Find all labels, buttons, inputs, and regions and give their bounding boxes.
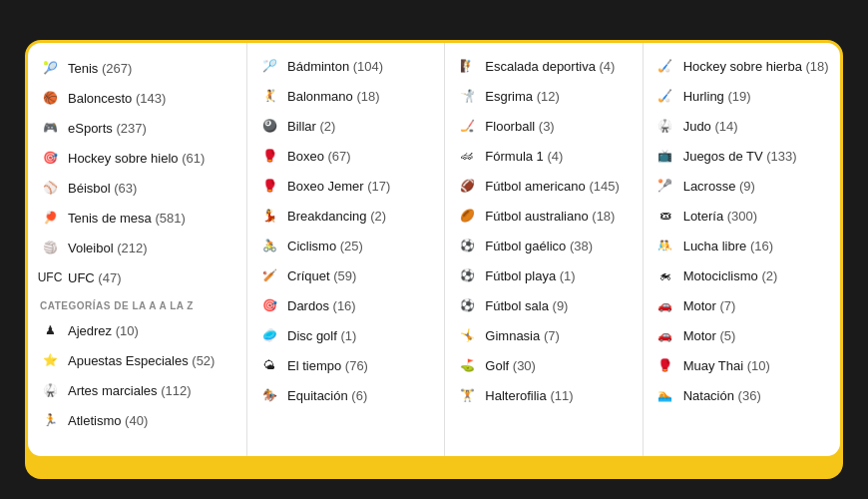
sport-icon: 🤺 [457,86,477,106]
list-item[interactable]: 🌤 El tiempo (76) [247,350,444,380]
list-item[interactable]: 🥊 Muay Thai (10) [644,350,840,380]
column-1: 🏸 Bádminton (104) 🤾 Balonmano (18) 🎱 Bil… [247,43,445,456]
list-item[interactable]: 🥊 Boxeo (67) [247,141,444,171]
sport-icon: 🏑 [655,56,675,76]
sport-label: Hockey sobre hielo (61) [68,151,205,166]
list-item[interactable]: 🤾 Balonmano (18) [247,81,444,111]
sport-label: Breakdancing (2) [287,209,386,224]
list-item[interactable]: 🏃 Atletismo (40) [28,405,246,435]
sport-icon: 🏏 [259,265,279,285]
list-item[interactable]: 🥏 Disc golf (1) [247,320,444,350]
sport-icon: ⚽ [457,295,477,315]
list-item[interactable]: 🏒 Floorball (3) [445,111,642,141]
sport-label: Hurling (19) [683,89,751,104]
sport-icon: 🏓 [40,208,60,228]
list-item[interactable]: 🤼 Lucha libre (16) [644,231,840,260]
sport-label: Artes marciales (112) [68,383,192,398]
sport-label: El tiempo (76) [287,358,368,373]
sport-icon: 🏒 [457,116,477,136]
list-item[interactable]: 🎮 eSports (237) [28,113,246,143]
sport-label: UFC (47) [68,270,121,285]
list-item[interactable]: 🤸 Gimnasia (7) [445,320,642,350]
sport-icon: UFC [40,267,60,287]
sidebar-top-items: 🎾 Tenis (267) 🏀 Baloncesto (143) 🎮 eSpor… [28,53,246,292]
list-item[interactable]: 🚗 Motor (5) [644,320,840,350]
list-item[interactable]: 🏀 Baloncesto (143) [28,83,246,113]
list-item[interactable]: 🏏 Críquet (59) [247,260,444,290]
list-item[interactable]: ♟ Ajedrez (10) [28,315,246,345]
list-item[interactable]: 🤺 Esgrima (12) [445,81,642,111]
list-item[interactable]: 🏍 Motociclismo (2) [644,260,840,290]
sport-icon: 🥊 [655,355,675,375]
sport-icon: 🏎 [457,146,477,166]
list-item[interactable]: UFC UFC (47) [28,262,246,292]
sport-label: Dardos (16) [287,298,356,313]
sport-label: Motor (5) [683,328,736,343]
sport-label: Tenis (267) [68,61,132,76]
list-item[interactable]: 🏎 Fórmula 1 (4) [445,141,642,171]
list-item[interactable]: ⛳ Golf (30) [445,350,642,380]
sport-icon: ⭐ [40,350,60,370]
list-item[interactable]: ⚽ Fútbol gaélico (38) [445,231,642,260]
sport-icon: 🧗 [457,56,477,76]
list-item[interactable]: 🏈 Fútbol americano (145) [445,171,642,201]
list-item[interactable]: 🏊 Natación (36) [644,380,840,410]
list-item[interactable]: 🏓 Tenis de mesa (581) [28,203,246,233]
list-item[interactable]: 🥊 Boxeo Jemer (17) [247,171,444,201]
sport-label: Tenis de mesa (581) [68,211,186,226]
list-item[interactable]: 🏸 Bádminton (104) [247,51,444,81]
list-item[interactable]: ⭐ Apuestas Especiales (52) [28,345,246,375]
list-item[interactable]: 🎾 Tenis (267) [28,53,246,83]
list-item[interactable]: ⚽ Fútbol sala (9) [445,290,642,320]
sport-label: Voleibol (212) [68,241,148,255]
list-item[interactable]: 🏋 Halterofilia (11) [445,380,642,410]
list-item[interactable]: 🎯 Hockey sobre hielo (61) [28,143,246,173]
list-item[interactable]: 🚴 Ciclismo (25) [247,231,444,260]
list-item[interactable]: ⚽ Fútbol playa (1) [445,260,642,290]
list-item[interactable]: ⚾ Béisbol (63) [28,173,246,203]
list-item[interactable]: 🏐 Voleibol (212) [28,233,246,262]
sport-label: Bádminton (104) [287,59,383,74]
list-item[interactable]: 🏇 Equitación (6) [247,380,444,410]
sport-label: Hockey sobre hierba (18) [683,59,829,74]
list-item[interactable]: 🥋 Artes marciales (112) [28,375,246,405]
sport-icon: 🥋 [40,380,60,400]
sport-label: Billar (2) [287,119,335,134]
sport-icon: 🎱 [259,116,279,136]
sport-label: Equitación (6) [287,388,367,403]
sport-label: Judo (14) [683,119,738,134]
list-item[interactable]: 🏑 Hockey sobre hierba (18) [644,51,840,81]
list-item[interactable]: 💃 Breakdancing (2) [247,201,444,231]
sport-icon: 🎯 [40,148,60,168]
list-item[interactable]: 🚗 Motor (7) [644,290,840,320]
sport-icon: 🏐 [40,238,60,257]
sport-icon: 🚴 [259,236,279,255]
sport-icon: 🎯 [259,295,279,315]
sport-icon: 💃 [259,206,279,226]
sport-icon: 🥊 [259,176,279,196]
sport-label: Baloncesto (143) [68,91,166,106]
sport-icon: ⚾ [40,178,60,198]
list-item[interactable]: 🥋 Judo (14) [644,111,840,141]
sport-icon: 🏋 [457,385,477,405]
sport-icon: 🚗 [655,295,675,315]
sport-label: Halterofilia (11) [485,388,573,403]
sport-label: Boxeo (67) [287,149,351,164]
sport-label: Fútbol sala (9) [485,298,568,313]
list-item[interactable]: 📺 Juegos de TV (133) [644,141,840,171]
sport-label: Ciclismo (25) [287,239,363,253]
list-item[interactable]: 🏑 Hurling (19) [644,81,840,111]
list-item[interactable]: 🥍 Lacrosse (9) [644,171,840,201]
sport-label: Fútbol playa (1) [485,268,575,283]
sport-icon: ⚽ [457,265,477,285]
sport-label: Motociclismo (2) [683,268,778,283]
sport-icon: 🏑 [655,86,675,106]
list-item[interactable]: 🎯 Dardos (16) [247,290,444,320]
list-item[interactable]: 🏉 Fútbol australiano (18) [445,201,642,231]
list-item[interactable]: 🎟 Lotería (300) [644,201,840,231]
sport-label: Muay Thai (10) [683,358,770,373]
list-item[interactable]: 🎱 Billar (2) [247,111,444,141]
sport-label: Apuestas Especiales (52) [68,353,215,368]
column-2: 🧗 Escalada deportiva (4) 🤺 Esgrima (12) … [445,43,643,456]
list-item[interactable]: 🧗 Escalada deportiva (4) [445,51,642,81]
